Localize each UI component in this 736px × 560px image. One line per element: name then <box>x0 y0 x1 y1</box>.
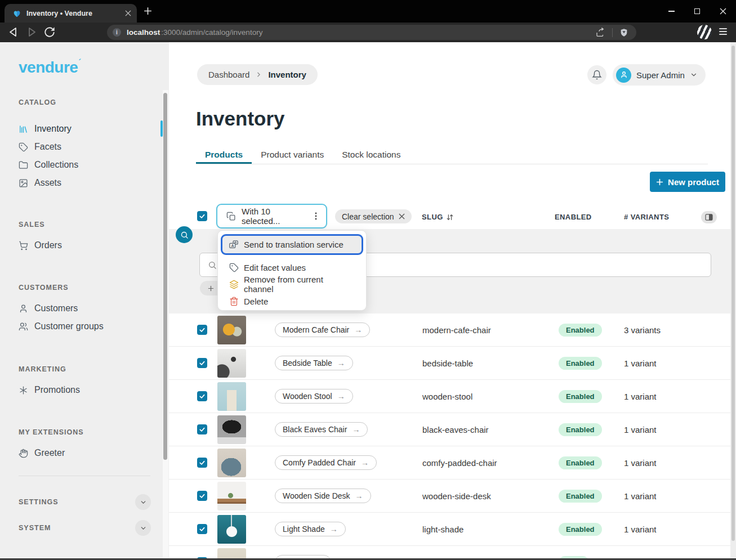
url-bar[interactable]: i localhost :3000/admin/catalog/inventor… <box>107 25 636 40</box>
menu-item-remove-from-channel[interactable]: Remove from current channel <box>224 276 360 293</box>
select-all-checkbox[interactable] <box>197 211 207 221</box>
sidebar: vendure´ CATALOG Inventory Facets Collec… <box>0 42 169 560</box>
tag-icon <box>19 142 28 152</box>
tab-stock-locations[interactable]: Stock locations <box>333 145 409 164</box>
back-button[interactable] <box>8 26 19 38</box>
menu-item-delete[interactable]: Delete <box>224 293 360 310</box>
sidebar-section-settings[interactable]: SETTINGS <box>19 494 151 510</box>
sidebar-item-customers[interactable]: Customers <box>19 301 78 316</box>
sidebar-item-facets[interactable]: Facets <box>19 139 61 155</box>
table-row: Black Eaves Chair→ black-eaves-chair Ena… <box>169 413 730 446</box>
user-menu-button[interactable]: Super Admin <box>613 64 706 86</box>
sidebar-scrollbar-thumb[interactable] <box>163 93 167 460</box>
forward-button[interactable] <box>26 26 37 38</box>
product-name-chip[interactable]: Wooden Side Desk→ <box>275 489 371 503</box>
close-button[interactable] <box>710 0 736 23</box>
new-product-button[interactable]: New product <box>650 172 725 192</box>
browser-profile-avatar[interactable] <box>697 25 712 39</box>
sidebar-item-label: Promotions <box>34 385 80 395</box>
variant-count: 1 variant <box>624 525 657 534</box>
with-selected-label: With 10 selected... <box>242 207 306 226</box>
maximize-button[interactable] <box>684 0 710 23</box>
variant-count: 1 variant <box>624 359 657 368</box>
vendure-admin-app: vendure´ CATALOG Inventory Facets Collec… <box>0 42 736 560</box>
tab-products[interactable]: Products <box>196 145 252 164</box>
row-checkbox[interactable] <box>197 524 207 534</box>
tab-close-icon[interactable] <box>125 10 131 16</box>
tab-strip: Inventory • Vendure <box>0 0 736 23</box>
hand-icon <box>19 449 28 458</box>
sidebar-divider <box>19 476 150 476</box>
vendure-logo[interactable]: vendure´ <box>19 58 81 77</box>
column-header-enabled[interactable]: ENABLED <box>555 213 592 221</box>
page-scrollbar-thumb[interactable] <box>731 46 735 541</box>
sidebar-scrollbar[interactable] <box>163 90 168 560</box>
product-name-chip[interactable]: Black Eaves Chair→ <box>275 422 368 437</box>
breadcrumb-dashboard[interactable]: Dashboard <box>208 70 249 79</box>
sidebar-item-collections[interactable]: Collections <box>19 157 78 173</box>
status-badge: Enabled <box>559 390 602 403</box>
search-toggle-button[interactable] <box>176 226 193 243</box>
product-name-chip[interactable]: Modern Cafe Chair→ <box>275 322 370 337</box>
menu-item-send-to-translation[interactable]: A Send to translation service <box>221 234 363 255</box>
search-icon <box>208 261 217 270</box>
sidebar-item-label: Collections <box>34 160 78 170</box>
sidebar-item-label: Greeter <box>34 448 65 458</box>
browser-tab[interactable]: Inventory • Vendure <box>5 4 137 23</box>
person-icon <box>19 304 28 313</box>
brave-shield-icon[interactable] <box>619 28 628 38</box>
product-name-chip[interactable]: Bedside Table→ <box>275 356 353 370</box>
browser-menu-icon[interactable] <box>719 28 727 35</box>
sidebar-item-customer-groups[interactable]: Customer groups <box>19 319 104 334</box>
sidebar-section-system[interactable]: SYSTEM <box>19 519 151 536</box>
books-icon <box>19 124 28 134</box>
sidebar-item-greeter[interactable]: Greeter <box>19 445 65 461</box>
product-name-chip[interactable]: Comfy Padded Chair→ <box>275 455 377 470</box>
row-checkbox[interactable] <box>197 491 207 501</box>
row-checkbox[interactable] <box>197 358 207 368</box>
chevron-down-icon[interactable] <box>135 520 151 536</box>
avatar <box>616 68 631 83</box>
sort-icon[interactable] <box>446 213 454 221</box>
chevron-right-icon <box>255 71 262 78</box>
clear-selection-button[interactable]: Clear selection <box>335 209 412 223</box>
variant-count: 1 variant <box>624 458 657 468</box>
tab-product-variants[interactable]: Product variants <box>252 145 333 164</box>
row-checkbox[interactable] <box>197 424 207 434</box>
sidebar-item-orders[interactable]: Orders <box>19 238 62 253</box>
column-picker-button[interactable] <box>701 211 717 223</box>
row-checkbox[interactable] <box>197 391 207 401</box>
arrow-right-icon: → <box>337 359 345 368</box>
breadcrumb[interactable]: Dashboard Inventory <box>197 64 318 85</box>
close-icon <box>399 213 405 219</box>
product-name-chip[interactable]: Wooden Stool→ <box>275 389 353 404</box>
share-icon[interactable] <box>595 28 605 38</box>
plus-icon <box>656 178 663 186</box>
reload-button[interactable] <box>44 26 55 38</box>
page-scrollbar[interactable] <box>730 42 736 560</box>
row-checkbox[interactable] <box>197 325 207 335</box>
sidebar-item-assets[interactable]: Assets <box>19 175 61 191</box>
sidebar-item-promotions[interactable]: Promotions <box>19 382 80 398</box>
row-checkbox[interactable] <box>197 458 207 468</box>
new-tab-button[interactable] <box>143 6 153 16</box>
table-row: Light Shade→ light-shade Enabled 1 varia… <box>169 513 730 546</box>
chevron-down-icon[interactable] <box>135 494 151 510</box>
status-badge: Enabled <box>559 324 602 337</box>
notifications-button[interactable] <box>587 65 606 84</box>
breadcrumb-inventory: Inventory <box>268 70 306 79</box>
table-row: Modern Cafe Chair→ modern-cafe-chair Ena… <box>169 313 730 347</box>
column-header-variants[interactable]: # VARIANTS <box>624 213 669 221</box>
column-header-slug[interactable]: SLUG <box>422 213 454 221</box>
tab-bar: Products Product variants Stock location… <box>196 145 708 164</box>
menu-item-edit-facet-values[interactable]: Edit facet values <box>224 259 360 276</box>
status-badge: Enabled <box>559 490 602 503</box>
product-name-chip[interactable]: Light Shade→ <box>275 522 346 536</box>
site-info-icon[interactable]: i <box>113 28 121 37</box>
sidebar-item-inventory[interactable]: Inventory <box>19 121 72 137</box>
product-slug: modern-cafe-chair <box>422 325 491 335</box>
product-slug: wooden-stool <box>422 392 472 401</box>
with-selected-dropdown[interactable]: With 10 selected... <box>216 204 327 229</box>
minimize-button[interactable] <box>658 0 684 23</box>
product-thumbnail <box>217 316 246 344</box>
